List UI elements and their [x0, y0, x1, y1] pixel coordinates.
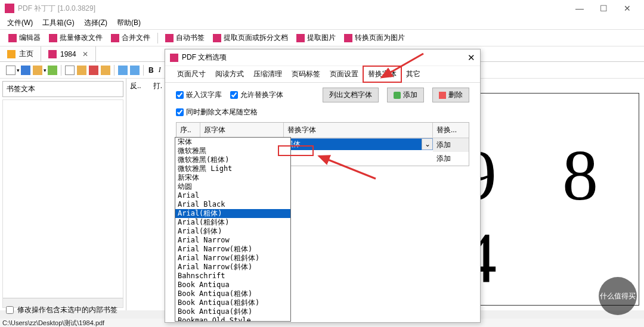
btn-list-fonts[interactable]: 列出文档字体: [323, 88, 379, 102]
font-option[interactable]: 幼圆: [175, 182, 290, 191]
font-option[interactable]: 微软雅黑 Light: [175, 164, 290, 173]
font-option[interactable]: 微软雅黑(粗体): [175, 155, 290, 164]
menu-help[interactable]: 帮助(B): [112, 18, 145, 28]
font-option[interactable]: Arial(斜体): [175, 227, 290, 236]
dlg-tab-replacefont[interactable]: 替换字体: [363, 66, 401, 82]
pdf-icon: [49, 34, 57, 42]
font-option[interactable]: Book Antiqua: [175, 281, 290, 289]
pdf-icon: [165, 34, 174, 42]
font-option[interactable]: Arial(粗体): [175, 209, 290, 218]
minimize-button[interactable]: —: [568, 4, 592, 13]
watermark: 什么值得买: [599, 277, 637, 315]
pdf-icon: [48, 50, 57, 58]
font-option[interactable]: 新宋体: [175, 173, 290, 182]
col-action[interactable]: 替换...: [433, 123, 469, 138]
dlg-tab-pagelabel[interactable]: 页码标签: [287, 66, 325, 82]
page-preview: 9 8 4: [460, 93, 639, 306]
bookmark-label: 书签文本: [2, 81, 123, 97]
font-option[interactable]: Arial Narrow: [175, 236, 290, 245]
dialog-close-button[interactable]: ✕: [467, 52, 475, 63]
menu-bar: 文件(W) 工具箱(G) 选择(Z) 帮助(B): [0, 17, 644, 30]
toolbar-extract-page[interactable]: 提取页面或拆分文档: [209, 32, 292, 44]
pdf-icon: [344, 34, 352, 42]
chk-trim-space[interactable]: [176, 108, 184, 116]
chk-include-unselected[interactable]: [6, 306, 14, 314]
toolbar-merge[interactable]: 合并文件: [107, 32, 154, 44]
menu-file[interactable]: 文件(W): [2, 18, 38, 28]
font-option[interactable]: Arial Narrow(斜体): [175, 263, 290, 272]
doc-icon[interactable]: [65, 66, 75, 75]
bookmark-panel: 书签文本: [0, 79, 126, 310]
chk-allow-label: 允许替换字体: [240, 90, 283, 100]
replace-font-combo[interactable]: 黑体 ⌄: [284, 138, 433, 150]
home-icon: [7, 50, 16, 58]
chk-include-unselected-label: 修改操作包含未选中的内部书签: [17, 305, 117, 315]
font-dropdown[interactable]: 宋体微软雅黑微软雅黑(粗体)微软雅黑 Light新宋体幼圆ArialArial …: [175, 137, 291, 322]
col-replace[interactable]: 替换字体: [284, 123, 433, 138]
font-option[interactable]: Arial Narrow(粗体): [175, 245, 290, 254]
chk-allow-replace[interactable]: [230, 91, 238, 99]
font-option[interactable]: Bahnschrift: [175, 272, 290, 281]
toolbar-extract-img[interactable]: 提取图片: [293, 32, 339, 44]
font-option[interactable]: 宋体: [175, 138, 290, 147]
window-title: PDF 补丁丁 [1.0.0.3829]: [18, 4, 568, 14]
tab-home[interactable]: 主页: [0, 46, 41, 61]
bold-icon[interactable]: B: [148, 66, 154, 74]
toolbar-batch[interactable]: 批量修改文件: [45, 32, 106, 44]
maximize-button[interactable]: ☐: [592, 4, 615, 13]
paste-icon[interactable]: [77, 66, 86, 75]
chk-embed-label: 嵌入汉字库: [186, 90, 222, 100]
dlg-tab-compress[interactable]: 压缩清理: [249, 66, 287, 82]
pdf-icon: [296, 34, 305, 42]
pdf-icon: [8, 34, 17, 42]
new-icon[interactable]: [6, 66, 16, 75]
menu-toolbox[interactable]: 工具箱(G): [38, 18, 79, 28]
chk-trim-label: 同时删除文本尾随空格: [186, 107, 258, 117]
btn-del-font[interactable]: 删除: [432, 88, 469, 102]
pdf-icon: [213, 34, 221, 42]
toolbar-to-image[interactable]: 转换页面为图片: [340, 32, 408, 44]
export-icon[interactable]: [33, 66, 42, 75]
col-index[interactable]: 序..: [177, 123, 200, 138]
font-option[interactable]: Book Antiqua(粗斜体): [175, 298, 290, 307]
dlg-tab-pagesize[interactable]: 页面尺寸: [172, 66, 210, 82]
refresh-icon[interactable]: [48, 66, 57, 75]
dlg-tab-other[interactable]: 其它: [401, 66, 425, 82]
col-hint-1: 反..: [130, 81, 141, 91]
italic-icon[interactable]: I: [159, 66, 161, 74]
toolbar-bookmark[interactable]: 自动书签: [162, 32, 208, 44]
pdf-icon: [111, 34, 119, 42]
arrow-right-icon[interactable]: [130, 66, 140, 75]
btn-add-font[interactable]: 添加: [387, 88, 424, 102]
dlg-tab-pagesetting[interactable]: 页面设置: [325, 66, 363, 82]
col-hint-2: 打.: [153, 81, 162, 91]
dlg-tab-reading[interactable]: 阅读方式: [210, 66, 249, 82]
font-option[interactable]: Arial: [175, 191, 290, 200]
font-option[interactable]: Bookman Old Style: [175, 316, 290, 322]
font-option[interactable]: Arial Black: [175, 200, 290, 209]
close-tab-icon[interactable]: ✕: [82, 50, 88, 58]
chk-embed[interactable]: [176, 91, 184, 99]
preview-text: 9 8 4: [461, 135, 639, 299]
close-button[interactable]: ✕: [615, 4, 639, 13]
font-option[interactable]: 微软雅黑: [175, 147, 290, 155]
menu-select[interactable]: 选择(Z): [79, 18, 112, 28]
toolbar-editor[interactable]: 编辑器: [5, 32, 44, 44]
dialog-title: PDF 文档选项: [182, 52, 227, 63]
font-option[interactable]: Book Antiqua(粗体): [175, 289, 290, 298]
arrow-left-icon[interactable]: [118, 66, 128, 75]
font-option[interactable]: Arial Narrow(粗斜体): [175, 254, 290, 263]
app-icon: [5, 4, 14, 13]
font-option[interactable]: Book Antiqua(斜体): [175, 307, 290, 316]
pdf-icon: [170, 54, 178, 62]
chevron-down-icon[interactable]: ⌄: [422, 139, 432, 150]
col-original[interactable]: 原字体: [200, 123, 284, 138]
copy-icon[interactable]: [101, 66, 110, 75]
main-toolbar: 编辑器 批量修改文件 合并文件 自动书签 提取页面或拆分文档 提取图片 转换页面…: [0, 30, 644, 46]
delete-icon[interactable]: [89, 66, 98, 75]
font-option[interactable]: Arial(粗斜体): [175, 218, 290, 227]
tab-doc-1984[interactable]: 1984✕: [41, 46, 96, 61]
save-icon[interactable]: [21, 66, 30, 75]
